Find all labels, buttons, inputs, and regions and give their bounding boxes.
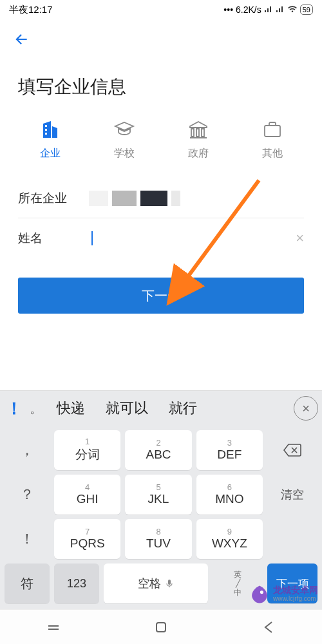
key-8[interactable]: 8TUV xyxy=(125,519,191,559)
category-tabs: 企业 学校 政府 其他 xyxy=(0,112,322,166)
company-field-row[interactable]: 所在企业 xyxy=(18,178,304,218)
battery-indicator: 59 xyxy=(300,5,313,15)
page-title: 填写企业信息 xyxy=(0,57,322,112)
tab-label: 政府 xyxy=(188,147,209,160)
watermark-name: 龙城安卓网 xyxy=(273,585,318,594)
key-6[interactable]: 6MNO xyxy=(196,475,263,515)
key-symbol[interactable]: 符 xyxy=(5,564,50,603)
key-question[interactable]: ？ xyxy=(5,475,50,515)
nav-home-icon[interactable] xyxy=(153,619,169,636)
key-clear[interactable]: 清空 xyxy=(267,475,317,515)
watermark-logo-icon xyxy=(249,583,270,605)
candidate-punct-big[interactable]: ！ xyxy=(4,397,24,420)
back-arrow-icon[interactable] xyxy=(13,39,30,50)
candidate-close-icon[interactable]: × xyxy=(294,396,318,421)
company-value xyxy=(89,191,304,206)
tab-label: 企业 xyxy=(40,147,61,160)
svg-rect-3 xyxy=(265,126,280,137)
mic-icon xyxy=(165,579,174,588)
candidate-punct-small[interactable]: 。 xyxy=(27,400,45,417)
svg-rect-2 xyxy=(45,133,47,135)
system-nav-bar xyxy=(0,609,322,644)
app-header xyxy=(0,19,322,57)
signal-icon xyxy=(264,5,273,15)
svg-rect-5 xyxy=(168,580,171,585)
form: 所在企业 姓名 × xyxy=(0,166,322,258)
redacted-block xyxy=(171,191,180,206)
svg-rect-6 xyxy=(48,625,59,627)
svg-rect-7 xyxy=(48,629,59,630)
wifi-icon xyxy=(287,5,298,15)
key-grid: ， 1分词 2ABC 3DEF ？ 4GHI 5JKL 6MNO 清空 ！ 7P… xyxy=(0,426,322,564)
key-space[interactable]: 空格 xyxy=(104,564,208,603)
key-9[interactable]: 9WXYZ xyxy=(196,519,263,559)
key-7[interactable]: 7PQRS xyxy=(54,519,120,559)
watermark-url: www.lcjrfg.com xyxy=(273,594,318,603)
candidate-word[interactable]: 快递 xyxy=(48,399,94,418)
signal-icon-2 xyxy=(276,5,285,15)
svg-rect-0 xyxy=(45,125,47,127)
name-label: 姓名 xyxy=(18,230,89,247)
briefcase-icon xyxy=(261,118,283,140)
status-time: 半夜12:17 xyxy=(9,4,53,16)
watermark: 龙城安卓网 www.lcjrfg.com xyxy=(249,583,318,605)
key-exclaim[interactable]: ！ xyxy=(5,519,50,559)
name-field-row[interactable]: 姓名 × xyxy=(18,218,304,258)
backspace-icon xyxy=(283,443,302,457)
candidate-word[interactable]: 就可以 xyxy=(97,399,157,418)
key-4[interactable]: 4GHI xyxy=(54,475,120,515)
clear-icon[interactable]: × xyxy=(296,230,304,247)
status-net-speed: 6.2K/s xyxy=(236,5,261,15)
government-icon xyxy=(187,118,209,140)
svg-rect-8 xyxy=(156,623,166,632)
ime-keyboard: ！ 。 快递 就可以 就行 × ， 1分词 2ABC 3DEF ？ 4GHI 5… xyxy=(0,390,322,609)
tab-other[interactable]: 其他 xyxy=(250,118,295,160)
tab-label: 学校 xyxy=(114,147,135,160)
redacted-block xyxy=(89,191,108,206)
status-bar: 半夜12:17 ••• 6.2K/s 59 xyxy=(0,0,322,19)
redacted-block xyxy=(140,191,167,206)
tab-school[interactable]: 学校 xyxy=(102,118,147,160)
building-icon xyxy=(39,118,61,140)
tab-enterprise[interactable]: 企业 xyxy=(28,118,73,160)
graduation-cap-icon xyxy=(113,118,135,140)
svg-point-9 xyxy=(260,591,263,594)
key-number[interactable]: 123 xyxy=(54,564,99,603)
key-5[interactable]: 5JKL xyxy=(125,475,191,515)
key-3[interactable]: 3DEF xyxy=(196,430,263,470)
tab-label: 其他 xyxy=(262,147,283,160)
redacted-block xyxy=(112,191,137,206)
text-cursor xyxy=(91,231,93,245)
next-button[interactable]: 下一步 xyxy=(18,278,304,314)
candidate-word[interactable]: 就行 xyxy=(160,399,206,418)
svg-rect-1 xyxy=(45,129,47,131)
key-blank xyxy=(267,519,317,559)
company-label: 所在企业 xyxy=(18,190,89,207)
status-right: ••• 6.2K/s 59 xyxy=(223,5,313,15)
status-three-dots: ••• xyxy=(223,5,233,15)
candidate-row: ！ 。 快递 就可以 就行 × xyxy=(0,391,322,426)
nav-recent-icon[interactable] xyxy=(45,619,62,636)
name-value xyxy=(89,231,304,245)
key-comma[interactable]: ， xyxy=(5,430,50,470)
nav-back-icon[interactable] xyxy=(260,619,277,636)
key-backspace[interactable] xyxy=(267,430,317,470)
tab-government[interactable]: 政府 xyxy=(176,118,221,160)
key-2[interactable]: 2ABC xyxy=(125,430,191,470)
key-1[interactable]: 1分词 xyxy=(54,430,120,470)
